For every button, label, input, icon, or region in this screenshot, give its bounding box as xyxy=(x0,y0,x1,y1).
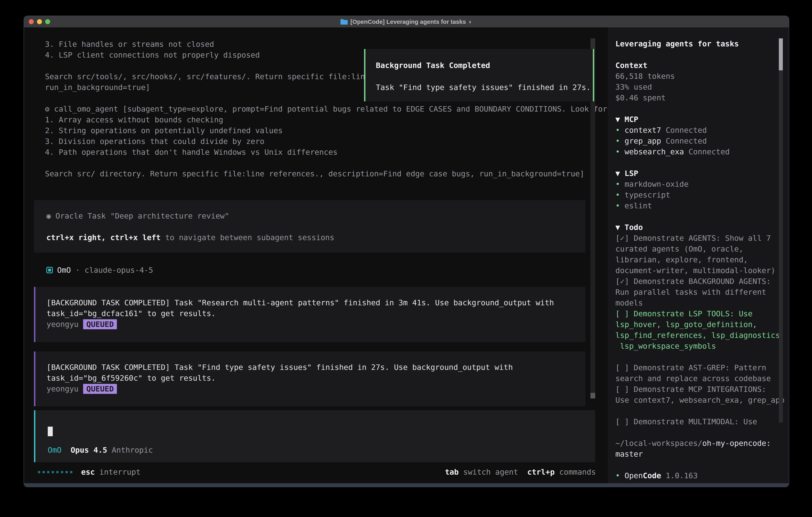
terminal-main: 3. File handles or streams not closed4. … xyxy=(24,27,608,483)
terminal-line xyxy=(615,49,779,60)
sidebar[interactable]: Leveraging agents for tasksContext66,518… xyxy=(608,27,789,483)
terminal-line: models xyxy=(615,298,779,308)
text-run: librarian, explore, frontend, xyxy=(615,255,748,264)
close-button[interactable] xyxy=(29,19,34,24)
spinner-dot xyxy=(38,471,40,473)
text-run: 2. String operations on potentially unde… xyxy=(45,126,283,135)
terminal-line xyxy=(615,405,779,416)
notification-toast[interactable]: Background Task Completed Task "Find typ… xyxy=(364,49,594,101)
text-run: curated agents (OmO, oracle, xyxy=(615,245,744,253)
status-badge: QUEUED xyxy=(83,319,117,329)
terminal-line xyxy=(45,158,607,168)
terminal-line xyxy=(615,351,779,362)
text-run: • xyxy=(615,137,625,145)
spinner-dot xyxy=(70,471,72,473)
terminal-line: 33% used xyxy=(615,82,779,92)
app-window: [OpenCode] Leveraging agents for tasks ◐… xyxy=(24,16,789,487)
terminal-line xyxy=(615,157,779,168)
text-run: ⚙ call_omo_agent [subagent_type=explore,… xyxy=(45,105,607,113)
titlebar[interactable]: [OpenCode] Leveraging agents for tasks ◐ xyxy=(24,16,789,28)
text-run: ~/local-workspaces/ xyxy=(615,439,702,447)
text-run: Connected xyxy=(661,126,707,135)
background-task-block: [BACKGROUND TASK COMPLETED] Task "Find t… xyxy=(34,351,585,406)
terminal-line: ~/local-workspaces/oh-my-opencode: xyxy=(615,438,779,448)
terminal-line: curated agents (OmO, oracle, xyxy=(615,244,779,254)
text-run: 4. Path operations that don't handle Win… xyxy=(45,148,338,157)
text-run: 3. Division operations that could divide… xyxy=(45,137,264,146)
window-content: 3. File handles or streams not closed4. … xyxy=(24,27,789,483)
window-title: [OpenCode] Leveraging agents for tasks ◐ xyxy=(341,19,472,25)
terminal-line: librarian, explore, frontend, xyxy=(615,254,779,265)
prompt-input[interactable]: OmO Opus 4.5 Anthropic xyxy=(34,410,595,462)
text-run: master xyxy=(615,450,643,458)
minimize-button[interactable] xyxy=(37,19,42,24)
sidebar-scrollbar-thumb[interactable] xyxy=(779,38,783,71)
terminal-line: document-writer, multimodal-looker) xyxy=(615,265,779,276)
terminal-line xyxy=(46,221,585,232)
text-run: Anthropic xyxy=(107,446,153,455)
spinner-dot xyxy=(42,471,45,473)
terminal-line: yeongyu QUEUED xyxy=(47,383,585,394)
text-run: ▼ MCP xyxy=(615,115,638,124)
terminal-line: Run parallel tasks with different xyxy=(615,287,779,298)
text-run: Use context7, websearch_exa, grep_app xyxy=(615,396,784,404)
terminal-line: ◉ Oracle Task "Deep architecture review" xyxy=(46,211,585,221)
terminal-line: ▼ Todo xyxy=(615,222,779,233)
text-run: Connected xyxy=(661,137,707,145)
text-run: OmO xyxy=(57,266,71,274)
background-task-block: [BACKGROUND TASK COMPLETED] Task "Resear… xyxy=(34,287,585,342)
terminal-line: $0.46 spent xyxy=(615,92,779,103)
terminal-line: Leveraging agents for tasks xyxy=(615,38,779,49)
terminal-line: yeongyu QUEUED xyxy=(47,319,585,330)
text-run: • xyxy=(615,147,625,156)
terminal-line: [BACKGROUND TASK COMPLETED] Task "Resear… xyxy=(47,297,585,308)
text-run: [ ] Demonstrate MCP INTEGRATIONS: xyxy=(615,385,766,393)
agent-session-header: OmO · claude-opus-4-5 xyxy=(46,265,153,275)
text-run: 4. LSP client connections not properly d… xyxy=(45,51,260,59)
spinner-dot xyxy=(47,471,49,473)
terminal-line: 3. Division operations that could divide… xyxy=(45,136,607,147)
terminal-line: lsp_hover, lsp_goto_definition, xyxy=(615,319,779,330)
terminal-line: ctrl+x right, ctrl+x left to navigate be… xyxy=(46,232,585,243)
text-run: task_id="bg_dcfac161" to get results. xyxy=(47,309,215,318)
scrollbar-thumb[interactable] xyxy=(590,393,595,399)
text-run: ▼ LSP xyxy=(615,169,638,178)
text-run: Search src/tools/, src/hooks/, src/featu… xyxy=(45,72,370,81)
terminal-line: Context xyxy=(615,60,779,71)
text-run: Opus 4.5 xyxy=(70,446,107,455)
spinner-dot xyxy=(61,471,63,473)
text-run: commands xyxy=(555,468,596,477)
text-run: yeongyu xyxy=(47,384,83,393)
text-run: Connected xyxy=(684,147,730,156)
text-run: Code xyxy=(643,471,661,480)
text-run: run_in_background=true] xyxy=(45,83,150,92)
text-run xyxy=(518,468,527,477)
terminal-line: 3. File handles or streams not closed xyxy=(45,39,607,50)
zoom-button[interactable] xyxy=(45,19,50,24)
text-run: to navigate between subagent sessions xyxy=(161,233,334,242)
spinner-dot xyxy=(52,471,54,473)
esc-hint: esc interrupt xyxy=(81,467,141,478)
text-run: esc xyxy=(81,468,95,477)
traffic-lights xyxy=(29,16,50,27)
terminal-line: esc interrupt xyxy=(81,467,141,478)
session-state-icon: ◐ xyxy=(469,19,472,25)
terminal-line: [ ] Demonstrate MCP INTEGRATIONS: xyxy=(615,384,779,394)
notification-body: Task "Find type safety issues" finished … xyxy=(376,83,590,92)
terminal-line: 4. Path operations that don't handle Win… xyxy=(45,147,607,158)
terminal-line: • typescript xyxy=(615,190,779,200)
terminal-line: ▼ LSP xyxy=(615,168,779,179)
text-run: [✓] Demonstrate AGENTS: Show all 7 xyxy=(615,234,771,243)
text-run: 66,518 tokens xyxy=(615,72,675,81)
text-run: ◉ Oracle Task "Deep architecture review" xyxy=(46,212,229,220)
text-run: lsp_hover, lsp_goto_definition, xyxy=(615,320,757,329)
terminal-line: • markdown-oxide xyxy=(615,179,779,190)
window-bottom-edge xyxy=(24,483,789,487)
text-run: Search src/ directory. Return specific f… xyxy=(45,169,584,178)
model-info-line: OmO Opus 4.5 Anthropic xyxy=(48,445,153,456)
sidebar-scrollbar[interactable] xyxy=(779,38,783,423)
terminal-line: ⚙ call_omo_agent [subagent_type=explore,… xyxy=(45,104,607,114)
window-title-text: [OpenCode] Leveraging agents for tasks xyxy=(350,19,466,25)
terminal-line xyxy=(615,459,779,470)
text-run: · claude-opus-4-5 xyxy=(71,266,153,274)
